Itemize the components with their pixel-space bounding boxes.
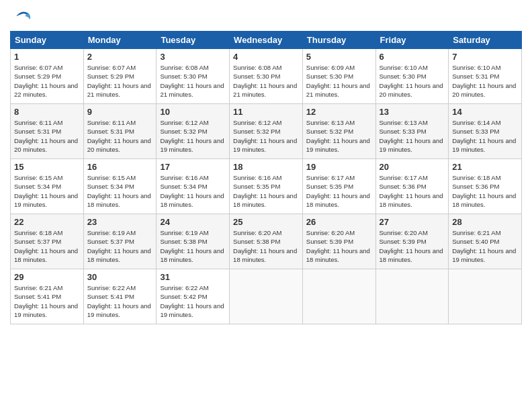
logo: [10, 7, 31, 26]
day-number: 17: [160, 162, 226, 172]
day-info: Sunrise: 6:18 AM Sunset: 5:37 PM Dayligh…: [14, 228, 80, 264]
calendar-cell: 25 Sunrise: 6:20 AM Sunset: 5:38 PM Dayl…: [230, 214, 303, 269]
day-number: 27: [380, 217, 445, 227]
day-info: Sunrise: 6:09 AM Sunset: 5:30 PM Dayligh…: [306, 63, 372, 99]
day-number: 19: [306, 162, 372, 172]
weekday-header-thursday: Thursday: [302, 32, 375, 49]
day-info: Sunrise: 6:19 AM Sunset: 5:37 PM Dayligh…: [87, 228, 153, 264]
day-info: Sunrise: 6:15 AM Sunset: 5:34 PM Dayligh…: [87, 173, 153, 209]
day-number: 24: [160, 217, 226, 227]
calendar-cell: 12 Sunrise: 6:13 AM Sunset: 5:32 PM Dayl…: [302, 104, 375, 159]
day-number: 22: [14, 217, 80, 227]
day-info: Sunrise: 6:11 AM Sunset: 5:31 PM Dayligh…: [87, 118, 153, 154]
day-number: 28: [452, 217, 518, 227]
day-info: Sunrise: 6:16 AM Sunset: 5:35 PM Dayligh…: [233, 173, 299, 209]
calendar-cell: 26 Sunrise: 6:20 AM Sunset: 5:39 PM Dayl…: [302, 214, 375, 269]
calendar-cell: 30 Sunrise: 6:22 AM Sunset: 5:41 PM Dayl…: [83, 269, 157, 324]
day-info: Sunrise: 6:22 AM Sunset: 5:41 PM Dayligh…: [87, 283, 153, 319]
calendar-cell: [449, 269, 522, 324]
day-info: Sunrise: 6:15 AM Sunset: 5:34 PM Dayligh…: [14, 173, 80, 209]
day-number: 21: [452, 162, 518, 172]
weekday-header-saturday: Saturday: [449, 32, 522, 49]
calendar-cell: [230, 269, 303, 324]
day-info: Sunrise: 6:20 AM Sunset: 5:38 PM Dayligh…: [233, 228, 299, 264]
calendar-cell: 3 Sunrise: 6:08 AM Sunset: 5:30 PM Dayli…: [157, 49, 230, 104]
day-info: Sunrise: 6:21 AM Sunset: 5:41 PM Dayligh…: [14, 283, 80, 319]
calendar-cell: 20 Sunrise: 6:17 AM Sunset: 5:36 PM Dayl…: [375, 159, 449, 214]
calendar-cell: 9 Sunrise: 6:11 AM Sunset: 5:31 PM Dayli…: [83, 104, 157, 159]
day-number: 13: [380, 107, 445, 117]
calendar-cell: [375, 269, 449, 324]
calendar-cell: 27 Sunrise: 6:20 AM Sunset: 5:39 PM Dayl…: [375, 214, 449, 269]
calendar-cell: 10 Sunrise: 6:12 AM Sunset: 5:32 PM Dayl…: [157, 104, 230, 159]
day-number: 30: [87, 272, 153, 282]
day-info: Sunrise: 6:20 AM Sunset: 5:39 PM Dayligh…: [306, 228, 372, 264]
calendar-cell: 1 Sunrise: 6:07 AM Sunset: 5:29 PM Dayli…: [11, 49, 84, 104]
calendar-cell: 18 Sunrise: 6:16 AM Sunset: 5:35 PM Dayl…: [230, 159, 303, 214]
day-number: 31: [160, 272, 226, 282]
day-number: 4: [233, 52, 299, 62]
calendar-cell: 5 Sunrise: 6:09 AM Sunset: 5:30 PM Dayli…: [302, 49, 375, 104]
day-info: Sunrise: 6:14 AM Sunset: 5:33 PM Dayligh…: [452, 118, 518, 154]
day-number: 9: [87, 107, 153, 117]
day-info: Sunrise: 6:07 AM Sunset: 5:29 PM Dayligh…: [87, 63, 153, 99]
day-info: Sunrise: 6:16 AM Sunset: 5:34 PM Dayligh…: [160, 173, 226, 209]
day-info: Sunrise: 6:13 AM Sunset: 5:32 PM Dayligh…: [306, 118, 372, 154]
header: [10, 7, 522, 26]
weekday-header-friday: Friday: [375, 32, 449, 49]
week-row-4: 22 Sunrise: 6:18 AM Sunset: 5:37 PM Dayl…: [11, 214, 522, 269]
calendar-cell: 4 Sunrise: 6:08 AM Sunset: 5:30 PM Dayli…: [230, 49, 303, 104]
calendar-cell: 19 Sunrise: 6:17 AM Sunset: 5:35 PM Dayl…: [302, 159, 375, 214]
calendar-cell: [302, 269, 375, 324]
day-number: 12: [306, 107, 372, 117]
day-info: Sunrise: 6:17 AM Sunset: 5:35 PM Dayligh…: [306, 173, 372, 209]
day-info: Sunrise: 6:20 AM Sunset: 5:39 PM Dayligh…: [380, 228, 445, 264]
day-info: Sunrise: 6:17 AM Sunset: 5:36 PM Dayligh…: [380, 173, 445, 209]
weekday-header-sunday: Sunday: [11, 32, 84, 49]
day-number: 10: [160, 107, 226, 117]
calendar-cell: 29 Sunrise: 6:21 AM Sunset: 5:41 PM Dayl…: [11, 269, 84, 324]
weekday-header-row: SundayMondayTuesdayWednesdayThursdayFrid…: [11, 32, 522, 49]
day-info: Sunrise: 6:12 AM Sunset: 5:32 PM Dayligh…: [233, 118, 299, 154]
day-info: Sunrise: 6:21 AM Sunset: 5:40 PM Dayligh…: [452, 228, 518, 264]
day-info: Sunrise: 6:10 AM Sunset: 5:31 PM Dayligh…: [452, 63, 518, 99]
day-number: 14: [452, 107, 518, 117]
calendar-cell: 2 Sunrise: 6:07 AM Sunset: 5:29 PM Dayli…: [83, 49, 157, 104]
day-number: 7: [452, 52, 518, 62]
day-number: 20: [380, 162, 445, 172]
calendar-cell: 13 Sunrise: 6:13 AM Sunset: 5:33 PM Dayl…: [375, 104, 449, 159]
day-number: 29: [14, 272, 80, 282]
day-number: 16: [87, 162, 153, 172]
calendar-cell: 17 Sunrise: 6:16 AM Sunset: 5:34 PM Dayl…: [157, 159, 230, 214]
day-number: 26: [306, 217, 372, 227]
day-info: Sunrise: 6:22 AM Sunset: 5:42 PM Dayligh…: [160, 283, 226, 319]
day-number: 15: [14, 162, 80, 172]
day-number: 5: [306, 52, 372, 62]
day-info: Sunrise: 6:18 AM Sunset: 5:36 PM Dayligh…: [452, 173, 518, 209]
day-number: 23: [87, 217, 153, 227]
calendar-cell: 31 Sunrise: 6:22 AM Sunset: 5:42 PM Dayl…: [157, 269, 230, 324]
day-info: Sunrise: 6:11 AM Sunset: 5:31 PM Dayligh…: [14, 118, 80, 154]
page-container: SundayMondayTuesdayWednesdayThursdayFrid…: [0, 0, 532, 331]
week-row-3: 15 Sunrise: 6:15 AM Sunset: 5:34 PM Dayl…: [11, 159, 522, 214]
calendar-cell: 28 Sunrise: 6:21 AM Sunset: 5:40 PM Dayl…: [449, 214, 522, 269]
calendar-cell: 16 Sunrise: 6:15 AM Sunset: 5:34 PM Dayl…: [83, 159, 157, 214]
day-number: 3: [160, 52, 226, 62]
calendar-table: SundayMondayTuesdayWednesdayThursdayFrid…: [10, 31, 522, 324]
day-number: 11: [233, 107, 299, 117]
calendar-cell: 14 Sunrise: 6:14 AM Sunset: 5:33 PM Dayl…: [449, 104, 522, 159]
calendar-cell: 15 Sunrise: 6:15 AM Sunset: 5:34 PM Dayl…: [11, 159, 84, 214]
week-row-5: 29 Sunrise: 6:21 AM Sunset: 5:41 PM Dayl…: [11, 269, 522, 324]
logo-icon: [12, 7, 31, 26]
day-info: Sunrise: 6:08 AM Sunset: 5:30 PM Dayligh…: [233, 63, 299, 99]
calendar-cell: 8 Sunrise: 6:11 AM Sunset: 5:31 PM Dayli…: [11, 104, 84, 159]
calendar-cell: 24 Sunrise: 6:19 AM Sunset: 5:38 PM Dayl…: [157, 214, 230, 269]
day-info: Sunrise: 6:08 AM Sunset: 5:30 PM Dayligh…: [160, 63, 226, 99]
day-info: Sunrise: 6:07 AM Sunset: 5:29 PM Dayligh…: [14, 63, 80, 99]
day-info: Sunrise: 6:19 AM Sunset: 5:38 PM Dayligh…: [160, 228, 226, 264]
calendar-cell: 11 Sunrise: 6:12 AM Sunset: 5:32 PM Dayl…: [230, 104, 303, 159]
week-row-2: 8 Sunrise: 6:11 AM Sunset: 5:31 PM Dayli…: [11, 104, 522, 159]
day-number: 25: [233, 217, 299, 227]
day-info: Sunrise: 6:12 AM Sunset: 5:32 PM Dayligh…: [160, 118, 226, 154]
day-info: Sunrise: 6:13 AM Sunset: 5:33 PM Dayligh…: [380, 118, 445, 154]
